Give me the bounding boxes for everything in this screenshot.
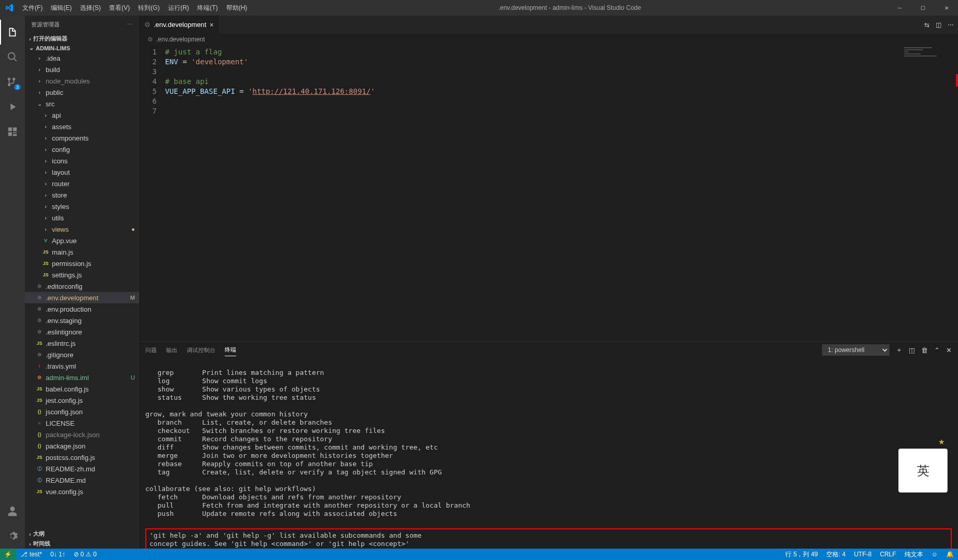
file-item[interactable]: {}package.json — [25, 440, 139, 452]
search-icon[interactable] — [0, 45, 25, 69]
kill-terminal-icon[interactable]: 🗑 — [921, 346, 928, 354]
folder-item[interactable]: ›assets — [25, 121, 139, 132]
settings-gear-icon[interactable] — [0, 524, 25, 549]
folder-item[interactable]: ›styles — [25, 201, 139, 212]
menu-item[interactable]: 选择(S) — [76, 0, 105, 16]
file-item[interactable]: JSbabel.config.js — [25, 383, 139, 395]
file-name: README-zh.md — [46, 465, 95, 473]
folder-item[interactable]: ›config — [25, 144, 139, 155]
terminal-selector[interactable]: 1: powershell — [822, 344, 889, 356]
folder-item[interactable]: ⌄src — [25, 98, 139, 109]
file-item[interactable]: JS.eslintrc.js — [25, 338, 139, 349]
git-sync[interactable]: 0↓ 1↑ — [46, 549, 70, 560]
file-item[interactable]: JSjest.config.js — [25, 395, 139, 406]
file-item[interactable]: VApp.vue — [25, 235, 139, 246]
timeline-section[interactable]: ›时间线 — [25, 539, 139, 549]
file-item[interactable]: JSmain.js — [25, 246, 139, 258]
file-item[interactable]: JSpostcss.config.js — [25, 452, 139, 463]
maximize-button[interactable]: ☐ — [911, 0, 935, 16]
folder-item[interactable]: ›store — [25, 189, 139, 201]
minimap[interactable] — [904, 47, 951, 58]
menu-item[interactable]: 转到(G) — [134, 0, 163, 16]
run-debug-icon[interactable] — [0, 94, 25, 119]
compare-icon[interactable]: ⇆ — [924, 21, 929, 29]
file-item[interactable]: ⚙.env.developmentM — [25, 292, 139, 303]
menu-item[interactable]: 编辑(E) — [47, 0, 76, 16]
folder-item[interactable]: ›node_modules — [25, 75, 139, 87]
indentation[interactable]: 空格: 4 — [822, 549, 850, 560]
file-item[interactable]: ⚙.env.production — [25, 303, 139, 315]
menu-item[interactable]: 终端(T) — [193, 0, 222, 16]
file-name: package-lock.json — [46, 431, 100, 439]
language-mode[interactable]: 纯文本 — [900, 549, 927, 560]
eol[interactable]: CRLF — [875, 549, 900, 560]
problems-status[interactable]: ⊘ 0 ⚠ 0 — [70, 549, 101, 560]
split-terminal-icon[interactable]: ◫ — [909, 346, 915, 354]
file-item[interactable]: ≡LICENSE — [25, 417, 139, 429]
ime-widget[interactable]: 英 — [898, 449, 948, 493]
minimize-button[interactable]: ─ — [888, 0, 911, 16]
extensions-icon[interactable] — [0, 119, 25, 144]
panel-tab-debug[interactable]: 调试控制台 — [187, 344, 215, 356]
folder-item[interactable]: ›utils — [25, 212, 139, 223]
file-name: store — [52, 191, 67, 199]
folder-item[interactable]: ›api — [25, 109, 139, 121]
git-branch[interactable]: ⎇ test* — [16, 549, 46, 560]
file-item[interactable]: ⚙.eslintignore — [25, 326, 139, 338]
new-terminal-icon[interactable]: ＋ — [896, 345, 902, 355]
menu-item[interactable]: 文件(F) — [18, 0, 47, 16]
file-item[interactable]: ⚙admin-lims.imlU — [25, 372, 139, 383]
file-item[interactable]: {}package-lock.json — [25, 429, 139, 440]
panel-tab-problems[interactable]: 问题 — [145, 344, 157, 356]
file-item[interactable]: ⚙.editorconfig — [25, 281, 139, 292]
code-content[interactable]: # just a flagENV = 'development' # base … — [165, 45, 958, 341]
file-name: LICENSE — [46, 419, 75, 427]
file-item[interactable]: JSpermission.js — [25, 258, 139, 269]
outline-section[interactable]: ›大纲 — [25, 529, 139, 539]
file-item[interactable]: {}jsconfig.json — [25, 406, 139, 417]
folder-item[interactable]: ›public — [25, 87, 139, 98]
folder-item[interactable]: ›router — [25, 178, 139, 189]
folder-item[interactable]: ›icons — [25, 155, 139, 166]
split-editor-icon[interactable]: ◫ — [936, 21, 941, 29]
panel-tab-terminal[interactable]: 终端 — [225, 344, 236, 356]
remote-indicator[interactable]: ⚡ — [0, 549, 16, 560]
file-item[interactable]: ⚙.env.staging — [25, 315, 139, 326]
activity-bar: 3 — [0, 16, 25, 549]
close-button[interactable]: ✕ — [935, 0, 958, 16]
file-item[interactable]: JSvue.config.js — [25, 486, 139, 497]
folder-item[interactable]: ›views● — [25, 223, 139, 235]
close-panel-icon[interactable]: ✕ — [946, 346, 952, 354]
tab-env-development[interactable]: ⚙ .env.development × — [139, 16, 220, 34]
folder-item[interactable]: ›.idea — [25, 52, 139, 64]
more-actions-icon[interactable]: ⋯ — [948, 21, 954, 29]
open-editors-section[interactable]: ›打开的编辑器 — [25, 34, 139, 44]
close-tab-icon[interactable]: × — [210, 21, 214, 29]
file-item[interactable]: ⓘREADME.md — [25, 474, 139, 486]
file-item[interactable]: !.travis.yml — [25, 360, 139, 372]
file-item[interactable]: ⚙.gitignore — [25, 349, 139, 360]
maximize-panel-icon[interactable]: ⌃ — [934, 346, 940, 354]
file-item[interactable]: JSsettings.js — [25, 269, 139, 281]
explorer-icon[interactable] — [0, 20, 25, 45]
menu-item[interactable]: 查看(V) — [105, 0, 134, 16]
project-section[interactable]: ⌄ADMIN-LIMS — [25, 44, 139, 52]
folder-item[interactable]: ›layout — [25, 166, 139, 178]
cursor-position[interactable]: 行 5，列 49 — [781, 549, 822, 560]
notifications-icon[interactable]: 🔔 — [942, 549, 958, 560]
file-item[interactable]: ⓘREADME-zh.md — [25, 463, 139, 474]
editor[interactable]: 1234567 # just a flagENV = 'development'… — [139, 45, 958, 341]
file-tree[interactable]: ›.idea›build›node_modules›public⌄src›api… — [25, 52, 139, 529]
encoding[interactable]: UTF-8 — [850, 549, 875, 560]
terminal[interactable]: grep Print lines matching a pattern log … — [139, 358, 958, 549]
menu-item[interactable]: 运行(R) — [164, 0, 194, 16]
accounts-icon[interactable] — [0, 499, 25, 524]
folder-item[interactable]: ›build — [25, 64, 139, 75]
source-control-icon[interactable]: 3 — [0, 69, 25, 94]
breadcrumb[interactable]: ⚙ .env.development — [139, 34, 958, 45]
menu-item[interactable]: 帮助(H) — [222, 0, 252, 16]
feedback-icon[interactable]: ☺ — [927, 549, 942, 560]
folder-item[interactable]: ›components — [25, 132, 139, 144]
sidebar-more-icon[interactable]: ⋯ — [127, 21, 133, 28]
panel-tab-output[interactable]: 输出 — [166, 344, 177, 356]
